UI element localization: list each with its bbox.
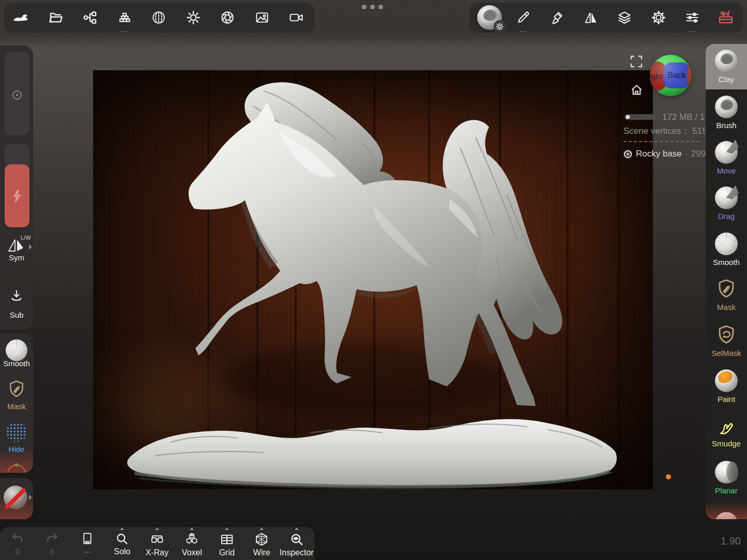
zoom-level-label: 1.90 [711, 535, 741, 547]
tool-item-smudge[interactable]: Smudge [706, 409, 747, 455]
layers-icon-glyph [617, 10, 632, 25]
material-off-panel[interactable] [0, 478, 33, 519]
tool-label: SelMask [711, 349, 741, 357]
orientation-nav-sphere[interactable]: ight Back [650, 55, 691, 96]
nomad-sculpt-app: { "colors": { "accent_red": "#c4564e", "… [0, 0, 747, 560]
xray-toggle[interactable]: X-Ray [140, 527, 175, 560]
symmetry-icon[interactable] [7, 237, 26, 254]
sculpt-viewport[interactable] [93, 70, 653, 489]
lighting-sun-icon[interactable] [176, 3, 211, 33]
mask-shield-icon[interactable] [7, 380, 26, 399]
object-vertex-count: 299k [691, 149, 706, 159]
sphere-pull-icon [715, 141, 738, 164]
book-icon [80, 532, 95, 546]
tool-label: Paint [718, 395, 735, 403]
files-folder-icon[interactable] [39, 3, 73, 33]
voxel-button[interactable]: Voxel [175, 527, 210, 560]
wire-icon [254, 532, 269, 547]
settings-gear-icon[interactable] [642, 3, 675, 33]
memory-gauge [624, 114, 657, 120]
tool-item-smooth[interactable]: Smooth [706, 227, 747, 272]
toolbar-label: X-Ray [146, 548, 169, 557]
material-sphere-preview [477, 5, 502, 30]
postprocess-aperture-icon[interactable] [210, 3, 245, 33]
gizmo-icon[interactable] [5, 462, 28, 473]
mirror-symmetry-icon[interactable] [574, 3, 607, 33]
nav-sphere-shading [650, 55, 691, 96]
pen-pressure-icon[interactable]: ... [506, 3, 540, 33]
smooth-quick-label[interactable]: Smooth [0, 359, 33, 368]
camera-icon[interactable] [279, 3, 314, 33]
object-info-row[interactable]: Rocky base · 299k [623, 149, 706, 159]
inspector-button[interactable]: Inspector [279, 527, 314, 560]
grid-toggle[interactable]: Grid [209, 527, 245, 560]
material-gear-badge [494, 20, 506, 33]
material-hatch-sphere-icon[interactable] [142, 3, 176, 33]
hide-dotted-sphere-icon[interactable] [6, 422, 27, 442]
background-image-icon[interactable] [245, 3, 280, 33]
history-count: 0 [50, 547, 54, 556]
scene-graph-icon[interactable] [73, 3, 108, 33]
sym-label[interactable]: Sym [0, 253, 33, 262]
history-button[interactable]: ... [70, 527, 105, 560]
tool-label: Drag [718, 212, 735, 221]
app-logo-icon[interactable] [4, 3, 39, 33]
selmask-shield-icon [716, 324, 737, 346]
more-options-dots: ... [83, 548, 91, 553]
material-hatch-sphere-icon-glyph [151, 10, 166, 25]
sub-panel[interactable]: Sub [0, 282, 33, 329]
crumpled-sphere-icon [715, 232, 738, 255]
hide-quick-label[interactable]: Hide [0, 445, 33, 454]
tool-item-selmask[interactable]: SelMask [706, 318, 747, 363]
expand-caret [190, 527, 194, 530]
tool-item-clay[interactable]: Clay [706, 44, 747, 89]
more-options-dots: ... [120, 26, 128, 33]
tool-item-drag[interactable]: Drag [706, 181, 747, 226]
settings-gear-icon-glyph [651, 10, 666, 25]
radius-dot-icon [11, 89, 23, 101]
home-view-icon[interactable] [630, 83, 644, 97]
object-name: Rocky base [636, 149, 682, 159]
redo-button[interactable]: 0 [35, 527, 70, 560]
undo-button[interactable]: 0 [0, 527, 35, 560]
toolbar-label: Inspector [280, 548, 314, 557]
material-expand-arrow[interactable] [29, 495, 32, 500]
expand-caret [295, 527, 299, 530]
tool-item-move[interactable]: Move [706, 135, 747, 181]
tool-label: Mask [717, 303, 736, 312]
mask-quick-label[interactable]: Mask [0, 402, 33, 411]
app-logo-icon-glyph [12, 11, 30, 24]
redo-icon [45, 532, 59, 545]
sym-expand-arrow[interactable] [29, 244, 32, 250]
grid-icon [219, 532, 235, 547]
solo-icon [115, 532, 129, 546]
toolbox-icon[interactable] [709, 3, 743, 33]
fullscreen-icon[interactable] [630, 55, 643, 68]
tool-label: Smooth [713, 258, 740, 267]
more-options-dots: ... [689, 26, 696, 33]
tool-item-brush[interactable]: Brush [706, 89, 747, 135]
multitasking-dots[interactable] [362, 5, 383, 9]
notification-dot [666, 474, 671, 479]
adjust-sliders-icon[interactable]: ... [675, 3, 709, 33]
toolbox-icon-glyph [718, 9, 734, 26]
painted-sphere-icon [715, 369, 738, 392]
topology-icon[interactable]: ... [108, 3, 142, 33]
tool-item-paint[interactable]: Paint [706, 364, 747, 409]
paintbrush-icon[interactable] [540, 3, 574, 33]
paintbrush-icon-glyph [549, 10, 565, 25]
tool-item-partial[interactable] [706, 501, 747, 519]
tool-label: Clay [719, 75, 734, 84]
active-material-sphere-button[interactable] [472, 3, 506, 33]
tool-item-planar[interactable]: Planar [706, 455, 747, 501]
radius-slider[interactable] [5, 52, 29, 135]
solo-toggle[interactable]: Solo [105, 527, 140, 560]
tool-label: Planar [715, 486, 737, 495]
intensity-slider[interactable] [5, 144, 29, 227]
smooth-sphere-icon[interactable] [6, 339, 27, 361]
expand-caret [120, 527, 124, 530]
postprocess-aperture-icon-glyph [220, 10, 235, 25]
layers-icon[interactable] [608, 3, 642, 33]
wire-toggle[interactable]: Wire [245, 527, 280, 560]
tool-item-mask[interactable]: Mask [706, 272, 747, 318]
